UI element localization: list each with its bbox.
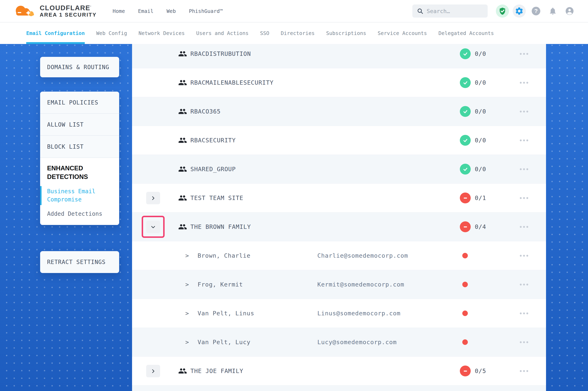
row-menu-button[interactable] — [517, 251, 531, 261]
group-name: THE JOE FAMILY — [190, 368, 243, 375]
group-icon — [178, 137, 187, 144]
group-row[interactable]: RBACMAILENABLESECURITY0/0 — [132, 68, 546, 97]
groups-list-panel: RBACDISTRUBUTION0/0RBACMAILENABLESECURIT… — [132, 44, 546, 391]
primary-nav-link-home[interactable]: Home — [113, 8, 125, 14]
ellipsis-dot — [520, 82, 522, 84]
primary-nav: HomeEmailWebPhishGuard™ — [113, 8, 223, 14]
row-menu-button[interactable] — [517, 106, 531, 116]
minus-icon — [462, 195, 468, 201]
primary-nav-link-email[interactable]: Email — [138, 8, 153, 14]
sidebar-item-added-detections[interactable]: Added Detections — [47, 210, 112, 217]
sidebar-item-allow-list[interactable]: ALLOW LIST — [40, 114, 119, 136]
expand-group-button[interactable] — [146, 192, 160, 204]
ellipsis-dot — [523, 139, 525, 141]
status-ok-badge — [460, 164, 471, 175]
group-row[interactable]: TEST TEAM SITE0/1 — [132, 184, 546, 212]
expand-group-button[interactable] — [146, 365, 160, 377]
row-menu-button[interactable] — [517, 366, 531, 376]
sidebar-item-domains-routing[interactable]: DOMAINS & ROUTING — [40, 57, 119, 77]
sidebar-item-block-list[interactable]: BLOCK LIST — [40, 136, 119, 158]
ellipsis-dot — [523, 197, 525, 199]
settings-sidebar: DOMAINS & ROUTING EMAIL POLICIESALLOW LI… — [40, 57, 119, 273]
group-name: TEST TEAM SITE — [190, 195, 243, 201]
ellipsis-dot — [526, 139, 528, 141]
enrollment-count: 0/1 — [475, 195, 486, 201]
ellipsis-dot — [520, 197, 522, 199]
search-icon — [417, 8, 423, 14]
notifications-bell-icon[interactable] — [546, 4, 559, 18]
ellipsis-dot — [526, 312, 528, 314]
ellipsis-dot — [526, 53, 528, 55]
status-ok-badge — [460, 77, 471, 88]
tab-web-config[interactable]: Web Config — [96, 22, 127, 44]
config-tabs: Email ConfigurationWeb ConfigNetwork Dev… — [0, 22, 588, 44]
member-row[interactable]: >Frog, KermitKermit@somedemocorp.com — [132, 270, 546, 299]
enhanced-detections-section: ENHANCED DETECTIONS Business Email Compr… — [40, 158, 119, 225]
status-dot — [462, 253, 468, 259]
settings-gear-icon[interactable] — [513, 4, 526, 18]
row-menu-button[interactable] — [517, 49, 531, 59]
tab-directories[interactable]: Directories — [281, 22, 315, 44]
tab-service-accounts[interactable]: Service Accounts — [378, 22, 427, 44]
group-row[interactable]: SHARED_GROUP0/0 — [132, 155, 546, 184]
check-icon — [462, 80, 468, 86]
ellipsis-dot — [526, 341, 528, 343]
user-avatar-icon[interactable] — [563, 4, 576, 18]
status-ok-badge — [460, 106, 471, 117]
ellipsis-dot — [523, 341, 525, 343]
row-menu-button[interactable] — [517, 308, 531, 318]
tab-email-configuration[interactable]: Email Configuration — [26, 22, 85, 44]
shield-check-icon[interactable] — [496, 4, 509, 18]
group-row[interactable]: RBACSECURITY0/0 — [132, 126, 546, 155]
ellipsis-dot — [523, 53, 525, 55]
row-menu-button[interactable] — [517, 337, 531, 347]
sidebar-item-retract-settings[interactable]: RETRACT SETTINGS — [40, 251, 119, 273]
check-icon — [462, 166, 468, 172]
chevron-down-icon — [150, 224, 156, 230]
primary-nav-link-web[interactable]: Web — [167, 8, 176, 14]
ellipsis-dot — [520, 111, 522, 112]
group-row[interactable]: RBACDISTRUBUTION0/0 — [132, 44, 546, 68]
enrollment-count: 0/0 — [475, 137, 486, 144]
group-row[interactable]: THE BROWN FAMILY0/4 — [132, 212, 546, 241]
sidebar-item-business-email-compromise[interactable]: Business Email Compromise — [47, 187, 98, 204]
member-name: Van Pelt, Linus — [198, 310, 254, 317]
group-row[interactable]: RBACO3650/0 — [132, 97, 546, 126]
ellipsis-dot — [520, 53, 522, 55]
ellipsis-dot — [520, 341, 522, 343]
help-icon[interactable]: ? — [529, 4, 543, 18]
member-row[interactable]: >Brown, CharlieCharlie@somedemocorp.com — [132, 241, 546, 270]
enrollment-count: 0/0 — [475, 166, 486, 173]
row-menu-button[interactable] — [517, 280, 531, 289]
search-input[interactable] — [427, 8, 483, 14]
status-blocked-badge — [460, 193, 471, 203]
status-ok-badge — [460, 48, 471, 59]
member-row[interactable]: >Van Pelt, LinusLinus@somedemocorp.com — [132, 299, 546, 328]
top-header: CLOUDFLARE' AREA 1 SECURITY HomeEmailWeb… — [0, 0, 588, 22]
row-menu-button[interactable] — [517, 164, 531, 174]
row-menu-button[interactable] — [517, 78, 531, 88]
tab-sso[interactable]: SSO — [260, 22, 269, 44]
ellipsis-dot — [526, 168, 528, 170]
member-row[interactable]: >Van Pelt, LucyLucy@somedemocorp.com — [132, 328, 546, 357]
collapse-group-button[interactable] — [146, 221, 160, 233]
status-blocked-badge — [460, 366, 471, 377]
ellipsis-dot — [526, 370, 528, 372]
row-menu-button[interactable] — [517, 193, 531, 203]
group-row[interactable]: THE JOE FAMILY0/5 — [132, 357, 546, 386]
tab-network-devices[interactable]: Network Devices — [139, 22, 185, 44]
row-menu-button[interactable] — [517, 222, 531, 232]
tab-subscriptions[interactable]: Subscriptions — [326, 22, 366, 44]
ellipsis-dot — [526, 111, 528, 112]
search-box — [412, 4, 488, 18]
row-menu-button[interactable] — [517, 135, 531, 145]
enrollment-count: 0/0 — [475, 50, 486, 57]
tab-users-and-actions[interactable]: Users and Actions — [196, 22, 249, 44]
sidebar-item-email-policies[interactable]: EMAIL POLICIES — [40, 92, 119, 114]
enrollment-count: 0/4 — [475, 223, 486, 230]
group-name: RBACSECURITY — [190, 137, 236, 144]
group-name: THE BROWN FAMILY — [190, 223, 251, 230]
tab-delegated-accounts[interactable]: Delegated Accounts — [438, 22, 494, 44]
primary-nav-link-phishguard-[interactable]: PhishGuard™ — [189, 8, 223, 14]
chevron-right-icon: > — [185, 310, 189, 317]
